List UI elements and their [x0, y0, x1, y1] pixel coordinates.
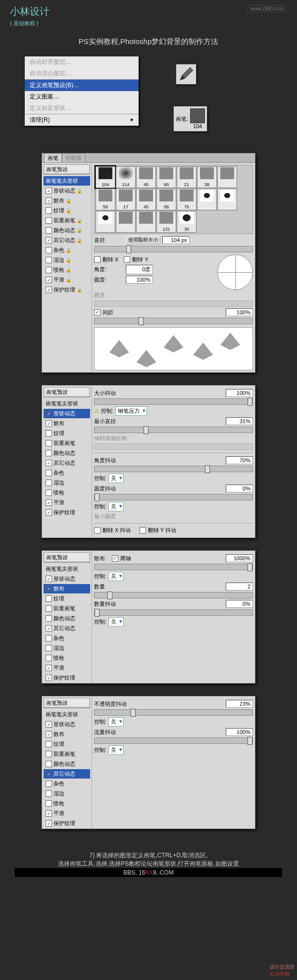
brush-thumb[interactable]: 30: [177, 211, 197, 233]
sidebar-shape-dynamics[interactable]: ✓形状动态🔒: [44, 186, 90, 196]
sidebar-smooth[interactable]: ✓平滑: [44, 663, 90, 673]
brush-thumb[interactable]: 90: [156, 166, 176, 188]
size-jitter-value[interactable]: 100%: [226, 389, 253, 397]
sidebar-airbrush[interactable]: 喷枪: [44, 653, 90, 663]
tab-brush[interactable]: 画笔: [44, 153, 62, 162]
flipy-jitter-checkbox[interactable]: [140, 527, 146, 534]
sidebar-noise[interactable]: 杂色: [44, 468, 90, 478]
preset-header[interactable]: 画笔预设: [44, 164, 90, 175]
brush-tool-icon[interactable]: [176, 64, 197, 85]
brush-thumb[interactable]: 104: [96, 166, 115, 188]
flow-jitter-slider[interactable]: [94, 737, 253, 744]
sidebar-color[interactable]: 颜色动态: [44, 448, 90, 458]
brush-thumb[interactable]: 131: [156, 211, 176, 233]
count-jitter-value[interactable]: 0%: [226, 600, 253, 608]
min-dia-slider[interactable]: [94, 427, 253, 433]
sidebar-scatter[interactable]: ✓散布🔒: [44, 196, 90, 205]
sidebar-tip-shape[interactable]: 画笔笔尖形状: [44, 710, 90, 719]
sidebar-smooth[interactable]: ✓平滑: [44, 498, 90, 507]
count-jitter-slider[interactable]: [94, 609, 253, 616]
opacity-jitter-slider[interactable]: [94, 709, 253, 716]
brush-thumb[interactable]: [116, 211, 136, 233]
count-slider[interactable]: [94, 592, 253, 598]
sidebar-shape-dynamics[interactable]: ✓形状动态: [44, 574, 90, 584]
sidebar-color[interactable]: 颜色动态: [44, 614, 90, 623]
sidebar-smooth[interactable]: ✓平滑: [44, 809, 90, 818]
angle-diagram[interactable]: [217, 254, 253, 290]
flow-jitter-value[interactable]: 100%: [226, 728, 253, 736]
preset-header[interactable]: 画笔预设: [44, 552, 90, 563]
preset-header[interactable]: 画笔预设: [44, 387, 90, 397]
brush-swatch[interactable]: [190, 108, 205, 123]
control-select[interactable]: 关: [108, 502, 124, 511]
control-select[interactable]: 关: [108, 745, 124, 755]
sidebar-other[interactable]: ✓其它动态: [44, 458, 90, 468]
brush-thumb[interactable]: 45: [136, 189, 156, 210]
angle-jitter-slider[interactable]: [94, 466, 253, 472]
sidebar-tip-shape[interactable]: 画笔笔尖形状: [44, 399, 90, 408]
flipx-jitter-checkbox[interactable]: [94, 527, 100, 534]
control-select[interactable]: 关: [108, 717, 124, 727]
flipx-checkbox[interactable]: [94, 256, 100, 263]
size-jitter-slider[interactable]: [94, 398, 253, 405]
sidebar-texture[interactable]: 纹理🔒: [44, 206, 90, 215]
sidebar-scatter[interactable]: ✓散布: [44, 419, 90, 428]
brush-thumb[interactable]: 45: [136, 166, 156, 188]
brush-thumb[interactable]: [217, 189, 237, 210]
flipy-checkbox[interactable]: [124, 256, 130, 263]
sidebar-texture[interactable]: 纹理: [44, 429, 90, 438]
brush-thumb[interactable]: 59: [96, 189, 115, 210]
brush-thumb[interactable]: [217, 166, 237, 188]
sidebar-wet[interactable]: 湿边: [44, 643, 90, 653]
brush-thumb[interactable]: 17: [116, 189, 136, 210]
sidebar-protect[interactable]: ✓保护纹理: [44, 508, 90, 517]
sidebar-protect[interactable]: ✓保护纹理: [44, 673, 90, 683]
spacing-value[interactable]: 100%: [226, 308, 253, 316]
angle-jitter-value[interactable]: 70%: [226, 456, 253, 464]
menu-define-pattern[interactable]: 定义图案…: [25, 91, 139, 102]
use-sample-button[interactable]: 使用取样大小: [126, 236, 160, 245]
sidebar-noise[interactable]: 杂色🔒: [44, 245, 90, 255]
sidebar-tip-shape[interactable]: 画笔笔尖形状: [44, 176, 90, 186]
round-jitter-slider[interactable]: [94, 494, 253, 500]
preset-header[interactable]: 画笔预设: [44, 698, 90, 708]
sidebar-dual[interactable]: 双重画笔: [44, 749, 90, 759]
spacing-checkbox[interactable]: ✓: [94, 309, 100, 316]
sidebar-texture[interactable]: 纹理: [44, 739, 90, 749]
brush-thumb[interactable]: 38: [197, 166, 217, 188]
brush-thumb[interactable]: 58: [156, 189, 176, 210]
control-select[interactable]: 关: [108, 474, 124, 483]
sidebar-dual[interactable]: 双重画笔: [44, 604, 90, 613]
sidebar-dual[interactable]: 双重画笔: [44, 439, 90, 448]
control-select[interactable]: 钢笔压力: [115, 406, 147, 416]
sidebar-protect[interactable]: ✓保护纹理: [44, 819, 90, 828]
sidebar-shape-dynamics[interactable]: ✓形状动态: [44, 409, 90, 418]
scatter-value[interactable]: 1000%: [226, 554, 253, 562]
count-value[interactable]: 2: [226, 583, 253, 590]
sidebar-smooth[interactable]: ✓平滑🔒: [44, 275, 90, 285]
min-dia-value[interactable]: 31%: [226, 417, 253, 425]
sidebar-dual[interactable]: 双重画笔🔒: [44, 216, 90, 225]
sidebar-texture[interactable]: 纹理: [44, 594, 90, 603]
brush-thumb[interactable]: 114: [116, 166, 136, 188]
brush-thumb[interactable]: [136, 211, 156, 233]
brush-thumb[interactable]: 21: [177, 166, 197, 188]
sidebar-noise[interactable]: 杂色: [44, 634, 90, 643]
sidebar-wet[interactable]: 湿边🔒: [44, 255, 90, 265]
spacing-slider[interactable]: [94, 318, 253, 324]
sidebar-wet[interactable]: 湿边: [44, 789, 90, 798]
round-jitter-value[interactable]: 0%: [226, 485, 253, 492]
sidebar-protect[interactable]: ✓保护纹理🔒: [44, 285, 90, 294]
sidebar-other[interactable]: ✓其它动态: [44, 769, 90, 779]
sidebar-airbrush[interactable]: 喷枪: [44, 799, 90, 808]
opacity-jitter-value[interactable]: 23%: [226, 700, 253, 708]
diameter-slider[interactable]: [94, 246, 253, 252]
control-select[interactable]: 关: [108, 572, 124, 581]
sidebar-airbrush[interactable]: 喷枪🔒: [44, 265, 90, 275]
sidebar-noise[interactable]: 杂色: [44, 779, 90, 788]
sidebar-airbrush[interactable]: 喷枪: [44, 488, 90, 497]
sidebar-shape-dynamics[interactable]: ✓形状动态: [44, 720, 90, 729]
sidebar-scatter[interactable]: ✓散布: [44, 730, 90, 739]
sidebar-color[interactable]: 颜色动态: [44, 759, 90, 769]
sidebar-other[interactable]: ✓其它动态: [44, 624, 90, 633]
